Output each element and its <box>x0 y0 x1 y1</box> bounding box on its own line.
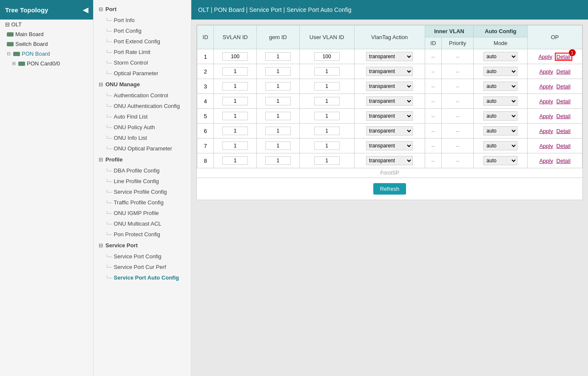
select-vlantag-action[interactable]: transparenttaguntag <box>366 67 413 76</box>
select-vlantag-action[interactable]: transparenttaguntag <box>366 52 413 61</box>
input-user-vlan-id[interactable] <box>314 97 340 105</box>
apply-button[interactable]: Apply <box>538 98 554 105</box>
nav-optical-parameter[interactable]: Optical Parameter <box>94 68 191 79</box>
cell-inner-id: -- <box>425 94 441 109</box>
select-vlantag-action[interactable]: transparenttaguntag <box>366 141 413 150</box>
table-row: 4transparenttaguntag----automanualApply … <box>197 94 582 109</box>
select-vlantag-action[interactable]: transparenttaguntag <box>366 82 413 91</box>
nav-service-profile[interactable]: Service Profile Config <box>94 187 191 197</box>
collapse-icon[interactable]: ◀ <box>83 6 88 14</box>
input-svlan-id[interactable] <box>222 52 248 61</box>
input-svlan-id[interactable] <box>222 127 248 135</box>
nav-traffic-profile[interactable]: Traffic Profile Config <box>94 197 191 208</box>
input-user-vlan-id[interactable] <box>314 82 340 90</box>
nav-onu-optical-param[interactable]: ONU Optical Parameter <box>94 143 191 154</box>
input-svlan-id[interactable] <box>222 97 248 105</box>
detail-button[interactable]: Detail <box>556 113 571 119</box>
cell-inner-priority: -- <box>442 109 474 124</box>
nav-port-extend-config[interactable]: Port Extend Config <box>94 36 191 47</box>
detail-button[interactable]: Detail <box>556 158 571 164</box>
tree-item-pon-card[interactable]: ⊞ PON Card0/0 <box>0 59 93 68</box>
input-user-vlan-id[interactable] <box>314 112 340 120</box>
input-svlan-id[interactable] <box>222 141 248 150</box>
select-mode[interactable]: automanual <box>483 156 517 165</box>
input-gem-id[interactable] <box>265 67 291 76</box>
input-gem-id[interactable] <box>265 97 291 105</box>
nav-onu-auth-config[interactable]: ONU Authentication Config <box>94 101 191 111</box>
input-user-vlan-id[interactable] <box>314 67 340 76</box>
table-row: 2transparenttaguntag----automanualApply … <box>197 64 582 79</box>
apply-button[interactable]: Apply <box>538 83 554 90</box>
input-gem-id[interactable] <box>265 127 291 135</box>
cell-mode: automanual <box>474 49 528 64</box>
section-port[interactable]: ⊟ Port <box>94 3 191 15</box>
select-mode[interactable]: automanual <box>483 126 517 136</box>
tree-item-olt[interactable]: ⊟ OLT <box>0 20 93 29</box>
nav-port-config[interactable]: Port Config <box>94 25 191 36</box>
cell-user-vlan-id <box>299 124 354 139</box>
cell-vlantag-action: transparenttaguntag <box>354 94 425 109</box>
nav-onu-multicast-acl[interactable]: ONU Multicast ACL <box>94 218 191 229</box>
middle-panel: ⊟ Port Port Info Port Config Port Extend… <box>94 0 191 376</box>
apply-button[interactable]: Apply <box>538 128 554 134</box>
section-service-port[interactable]: ⊟ Service Port <box>94 240 191 251</box>
select-vlantag-action[interactable]: transparenttaguntag <box>366 111 413 121</box>
nav-service-port-cur-perf[interactable]: Service Port Cur Perf <box>94 262 191 272</box>
apply-button[interactable]: Apply <box>538 143 554 149</box>
detail-button[interactable]: Detail <box>556 143 571 149</box>
nav-port-rate-limit[interactable]: Port Rate Limit <box>94 47 191 57</box>
nav-service-port-config[interactable]: Service Port Config <box>94 251 191 262</box>
nav-onu-igmp-profile[interactable]: ONU IGMP Profile <box>94 208 191 218</box>
input-svlan-id[interactable] <box>222 67 248 76</box>
input-svlan-id[interactable] <box>222 82 248 90</box>
refresh-button[interactable]: Refresh <box>373 183 406 195</box>
nav-line-profile[interactable]: Line Profile Config <box>94 176 191 187</box>
select-vlantag-action[interactable]: transparenttaguntag <box>366 126 413 136</box>
select-mode[interactable]: automanual <box>483 67 517 76</box>
nav-auth-control[interactable]: Authentication Control <box>94 90 191 101</box>
input-gem-id[interactable] <box>265 156 291 165</box>
nav-storm-control[interactable]: Storm Control <box>94 57 191 68</box>
detail-button[interactable]: Detail <box>556 68 571 75</box>
detail-button[interactable]: Detail <box>556 128 571 134</box>
select-mode[interactable]: automanual <box>483 111 517 121</box>
tree-item-pon-board[interactable]: ⊟ PON Board <box>0 49 93 59</box>
apply-button[interactable]: Apply <box>538 68 554 75</box>
input-gem-id[interactable] <box>265 112 291 120</box>
apply-button[interactable]: Apply <box>538 158 554 164</box>
input-gem-id[interactable] <box>265 52 291 61</box>
input-svlan-id[interactable] <box>222 112 248 120</box>
tree-item-main-board[interactable]: Main Board <box>0 29 93 39</box>
nav-onu-policy-auth[interactable]: ONU Policy Auth <box>94 122 191 133</box>
select-vlantag-action[interactable]: transparenttaguntag <box>366 156 413 165</box>
nav-onu-info-list[interactable]: ONU Info List <box>94 133 191 143</box>
select-vlantag-action[interactable]: transparenttaguntag <box>366 96 413 106</box>
section-profile[interactable]: ⊟ Profile <box>94 154 191 165</box>
nav-dba-profile[interactable]: DBA Profile Config <box>94 165 191 176</box>
pon-board-icon <box>13 52 20 56</box>
input-svlan-id[interactable] <box>222 156 248 165</box>
input-gem-id[interactable] <box>265 82 291 90</box>
input-user-vlan-id[interactable] <box>314 156 340 165</box>
cell-vlantag-action: transparenttaguntag <box>354 109 425 124</box>
nav-auto-find-list[interactable]: Auto Find List <box>94 111 191 122</box>
input-gem-id[interactable] <box>265 141 291 150</box>
nav-port-info[interactable]: Port Info <box>94 15 191 25</box>
nav-pon-protect-config[interactable]: Pon Protect Config <box>94 229 191 240</box>
nav-service-port-auto-config[interactable]: Service Port Auto Config <box>94 272 191 283</box>
select-mode[interactable]: automanual <box>483 52 517 61</box>
detail-button[interactable]: Detail <box>556 98 571 105</box>
input-user-vlan-id[interactable] <box>314 127 340 135</box>
section-onu-manage[interactable]: ⊟ ONU Manage <box>94 79 191 90</box>
select-mode[interactable]: automanual <box>483 96 517 106</box>
cell-vlantag-action: transparenttaguntag <box>354 79 425 94</box>
input-user-vlan-id[interactable] <box>314 52 340 61</box>
detail-button[interactable]: Detail <box>556 83 571 90</box>
cell-id: 2 <box>197 64 214 79</box>
apply-button[interactable]: Apply <box>538 113 554 119</box>
select-mode[interactable]: automanual <box>483 82 517 91</box>
tree-item-switch-board[interactable]: Switch Board <box>0 39 93 49</box>
input-user-vlan-id[interactable] <box>314 141 340 150</box>
select-mode[interactable]: automanual <box>483 141 517 150</box>
apply-button[interactable]: Apply <box>537 54 553 60</box>
